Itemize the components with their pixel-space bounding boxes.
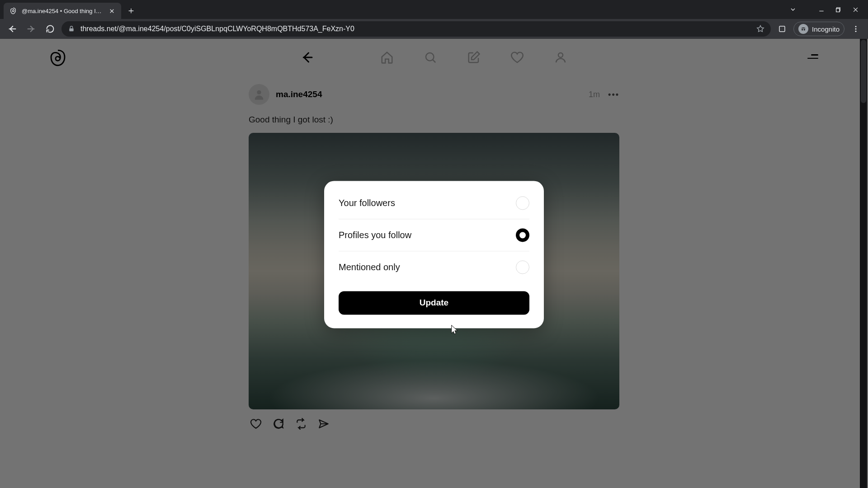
option-label: Mentioned only — [339, 262, 400, 272]
threads-favicon-icon — [9, 7, 17, 15]
browser-tab[interactable]: @ma.ine4254 • Good thing I go — [4, 3, 121, 19]
window-close-icon[interactable] — [852, 6, 859, 13]
reply-settings-modal: Your followers Profiles you follow Menti… — [324, 181, 544, 328]
radio-icon[interactable] — [516, 260, 529, 274]
option-your-followers[interactable]: Your followers — [339, 193, 529, 219]
maximize-icon[interactable] — [835, 7, 841, 13]
address-bar[interactable]: threads.net/@ma.ine4254/post/C0yiSGBLnpq… — [61, 21, 771, 37]
close-tab-icon[interactable] — [108, 7, 116, 15]
svg-rect-4 — [779, 26, 785, 32]
page-viewport: ma.ine4254 1m ••• Good thing I got lost … — [0, 39, 868, 488]
svg-point-6 — [804, 29, 806, 31]
svg-rect-3 — [69, 28, 73, 32]
option-label: Profiles you follow — [339, 230, 411, 240]
update-button[interactable]: Update — [339, 291, 529, 314]
svg-point-8 — [855, 28, 857, 30]
lock-icon[interactable] — [68, 25, 75, 33]
bookmark-star-icon[interactable] — [756, 25, 764, 33]
update-button-label: Update — [420, 298, 448, 308]
svg-point-7 — [855, 26, 857, 27]
browser-toolbar: threads.net/@ma.ine4254/post/C0yiSGBLnpq… — [0, 19, 868, 39]
new-tab-button[interactable] — [124, 4, 138, 18]
window-controls — [789, 0, 868, 19]
tab-search-icon[interactable] — [789, 6, 797, 13]
option-mentioned-only[interactable]: Mentioned only — [339, 251, 529, 283]
minimize-icon[interactable] — [818, 6, 825, 13]
incognito-indicator[interactable]: Incognito — [793, 22, 844, 36]
tab-title: @ma.ine4254 • Good thing I go — [22, 8, 103, 14]
svg-rect-1 — [836, 8, 840, 12]
option-profiles-you-follow[interactable]: Profiles you follow — [339, 219, 529, 251]
incognito-label: Incognito — [812, 25, 840, 33]
nav-forward-button[interactable] — [24, 21, 39, 37]
incognito-icon — [798, 24, 808, 34]
url-text: threads.net/@ma.ine4254/post/C0yiSGBLnpq… — [80, 25, 751, 33]
svg-point-5 — [802, 29, 803, 31]
radio-icon[interactable] — [516, 196, 529, 210]
browser-tabstrip: @ma.ine4254 • Good thing I go — [0, 0, 868, 19]
browser-menu-icon[interactable] — [848, 21, 863, 37]
option-label: Your followers — [339, 198, 395, 208]
extensions-icon[interactable] — [774, 21, 790, 37]
nav-back-button[interactable] — [5, 21, 20, 37]
svg-point-9 — [855, 31, 857, 32]
radio-icon[interactable] — [516, 228, 529, 242]
reload-button[interactable] — [42, 21, 58, 37]
